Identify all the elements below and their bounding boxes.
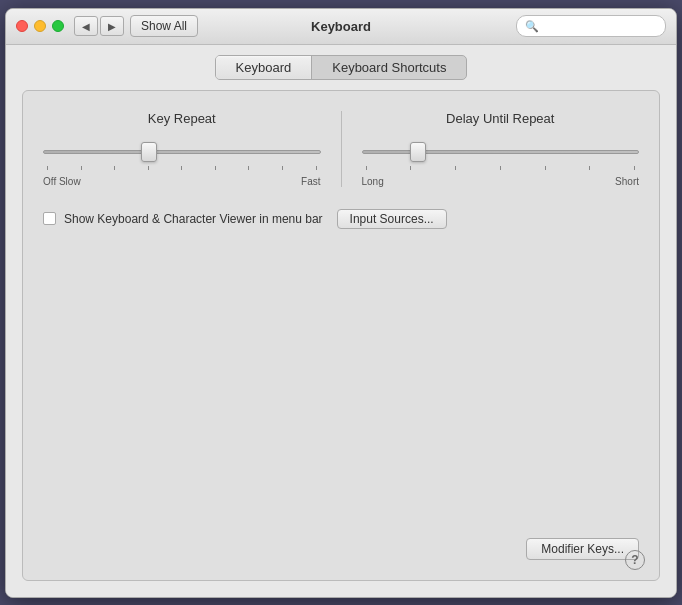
key-repeat-slider-container [43, 140, 321, 164]
titlebar: ◀ ▶ Show All Keyboard 🔍 [6, 9, 676, 45]
show-keyboard-viewer-checkbox[interactable] [43, 212, 56, 225]
window-title: Keyboard [311, 19, 371, 34]
delay-repeat-thumb[interactable] [410, 142, 426, 162]
vertical-divider [341, 111, 342, 187]
key-repeat-track [43, 150, 321, 154]
delay-repeat-range-labels: Long Short [362, 176, 640, 187]
tab-group: Keyboard Keyboard Shortcuts [215, 55, 468, 80]
tick [589, 166, 590, 170]
delay-repeat-track [362, 150, 640, 154]
tick [181, 166, 182, 170]
search-input[interactable] [543, 19, 657, 33]
delay-repeat-slider-container [362, 140, 640, 164]
bottom-bar: Modifier Keys... [43, 528, 639, 560]
tick [215, 166, 216, 170]
keyboard-panel: Key Repeat [22, 90, 660, 581]
key-repeat-ticks [43, 166, 321, 170]
back-button[interactable]: ◀ [74, 16, 98, 36]
key-repeat-label: Key Repeat [148, 111, 216, 126]
delay-repeat-ticks [362, 166, 640, 170]
tick [545, 166, 546, 170]
forward-button[interactable]: ▶ [100, 16, 124, 36]
tick [410, 166, 411, 170]
delay-repeat-section: Delay Until Repeat [362, 111, 640, 187]
tick [366, 166, 367, 170]
tick [81, 166, 82, 170]
checkbox-label: Show Keyboard & Character Viewer in menu… [64, 212, 323, 226]
tick [47, 166, 48, 170]
maximize-button[interactable] [52, 20, 64, 32]
input-sources-button[interactable]: Input Sources... [337, 209, 447, 229]
tick [248, 166, 249, 170]
tabs: Keyboard Keyboard Shortcuts [22, 55, 660, 80]
modifier-keys-button[interactable]: Modifier Keys... [526, 538, 639, 560]
tick [148, 166, 149, 170]
key-repeat-range-labels: Off Slow Fast [43, 176, 321, 187]
tick [634, 166, 635, 170]
close-button[interactable] [16, 20, 28, 32]
minimize-button[interactable] [34, 20, 46, 32]
tick [500, 166, 501, 170]
traffic-lights [16, 20, 64, 32]
delay-repeat-track-wrapper: Long Short [362, 140, 640, 187]
tick [282, 166, 283, 170]
tab-keyboard-shortcuts[interactable]: Keyboard Shortcuts [312, 56, 466, 79]
key-repeat-track-wrapper: Off Slow Fast [43, 140, 321, 187]
delay-repeat-right-label: Short [615, 176, 639, 187]
key-repeat-left-label: Off Slow [43, 176, 81, 187]
checkbox-row: Show Keyboard & Character Viewer in menu… [43, 209, 639, 229]
tab-keyboard[interactable]: Keyboard [216, 56, 313, 79]
delay-repeat-label: Delay Until Repeat [446, 111, 554, 126]
search-icon: 🔍 [525, 20, 539, 33]
help-button[interactable]: ? [625, 550, 645, 570]
tick [316, 166, 317, 170]
tick [455, 166, 456, 170]
key-repeat-right-label: Fast [301, 176, 320, 187]
key-repeat-section: Key Repeat [43, 111, 321, 187]
delay-repeat-left-label: Long [362, 176, 384, 187]
nav-buttons: ◀ ▶ [74, 16, 124, 36]
tick [114, 166, 115, 170]
show-all-button[interactable]: Show All [130, 15, 198, 37]
keyboard-window: ◀ ▶ Show All Keyboard 🔍 Keyboard Keyboar… [5, 8, 677, 598]
sliders-row: Key Repeat [43, 111, 639, 187]
search-box[interactable]: 🔍 [516, 15, 666, 37]
key-repeat-thumb[interactable] [141, 142, 157, 162]
content-area: Keyboard Keyboard Shortcuts Key Repeat [6, 45, 676, 597]
